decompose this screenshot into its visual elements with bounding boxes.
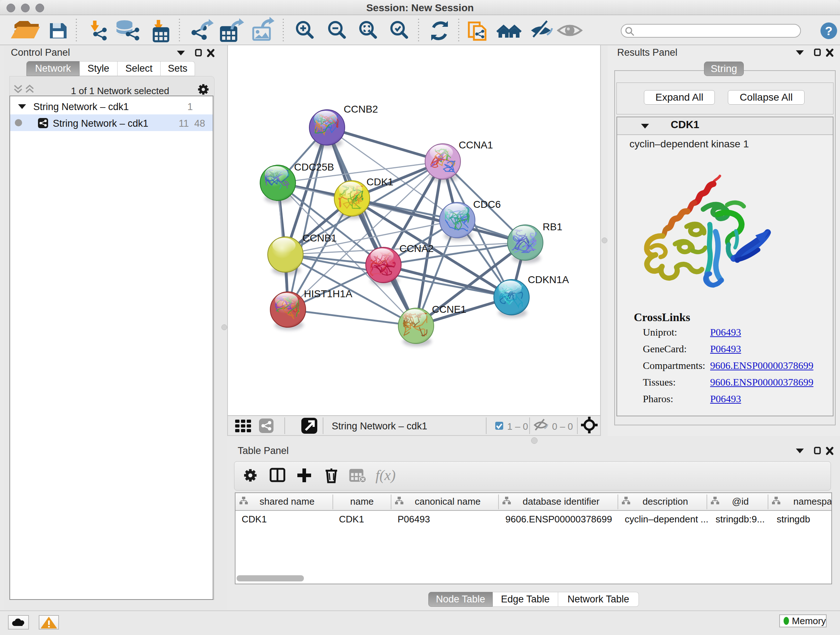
svg-text:CCNB2: CCNB2 [344,103,378,115]
svg-text:CDKN1A: CDKN1A [528,274,569,285]
svg-text:CDC25B: CDC25B [294,162,334,173]
svg-text:HIST1H1A: HIST1H1A [304,288,352,299]
svg-text:canonical name: canonical name [415,496,480,507]
svg-text:namespace: namespace [793,496,831,507]
svg-text:CDC6: CDC6 [473,199,501,210]
svg-text:database identifier: database identifier [523,496,600,507]
svg-text:f(x): f(x) [376,467,396,483]
svg-text:CCNA2: CCNA2 [399,243,434,254]
svg-text:CCNA1: CCNA1 [459,139,493,150]
svg-text:shared name: shared name [260,496,315,507]
svg-text:CCNE1: CCNE1 [432,304,466,315]
svg-text:CCNB1: CCNB1 [302,233,337,244]
svg-text:@id: @id [732,496,749,507]
svg-text:RB1: RB1 [543,221,562,233]
svg-text:name: name [350,496,374,507]
svg-text:description: description [643,496,688,507]
svg-text:CDK1: CDK1 [366,176,393,187]
